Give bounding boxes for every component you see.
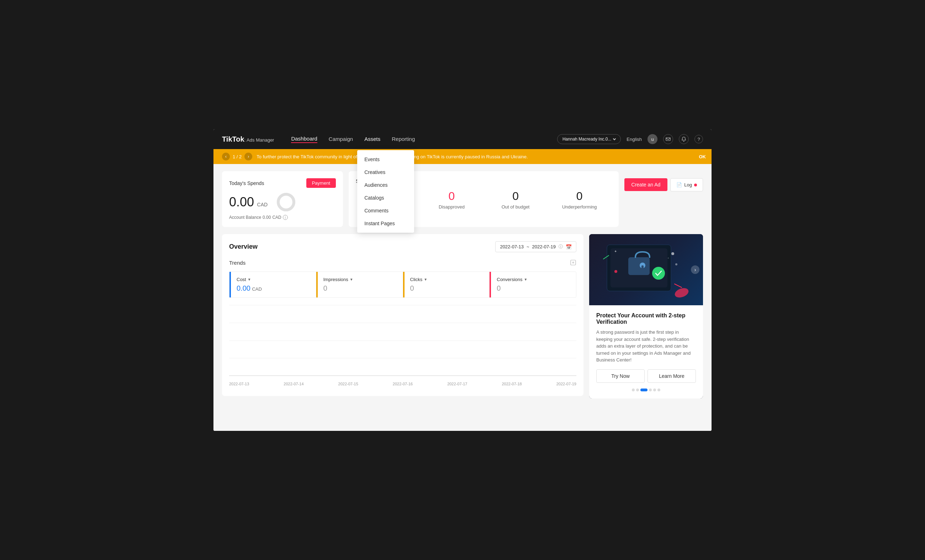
chart-date-2: 2022-07-14 xyxy=(283,382,303,386)
status-disapproved: 0 Disapproved xyxy=(420,190,484,209)
export-icon[interactable] xyxy=(570,259,576,266)
language-label[interactable]: English xyxy=(627,137,642,142)
overview-title: Overview xyxy=(229,243,258,250)
chart-date-3: 2022-07-15 xyxy=(338,382,358,386)
account-balance: Account Balance 0.00 CAD i xyxy=(229,215,336,220)
cost-dropdown-arrow[interactable]: ▼ xyxy=(248,277,251,282)
info-icon: i xyxy=(283,215,288,220)
chart-date-1: 2022-07-13 xyxy=(229,382,249,386)
dropdown-audiences[interactable]: Audiences xyxy=(357,179,414,191)
nav-campaign[interactable]: Campaign xyxy=(329,136,353,143)
mail-icon[interactable] xyxy=(663,134,673,144)
clicks-dropdown-arrow[interactable]: ▼ xyxy=(424,277,427,282)
status-underperforming-label: Underperforming xyxy=(547,204,612,209)
metric-clicks: Clicks ▼ 0 xyxy=(403,272,490,297)
try-now-button[interactable]: Try Now xyxy=(596,369,645,383)
svg-point-12 xyxy=(675,263,677,265)
create-ad-button[interactable]: Create an Ad xyxy=(624,178,668,191)
date-range-picker[interactable]: 2022-07-13 ~ 2022-07-19 ⓘ 📅 xyxy=(495,241,576,252)
chart-gridline-4 xyxy=(229,358,576,358)
chart-date-4: 2022-07-16 xyxy=(393,382,413,386)
dot-6 xyxy=(657,388,660,391)
banner-text: To further protect the TikTok community … xyxy=(256,154,703,160)
account-chevron-icon xyxy=(613,137,616,140)
dropdown-catalogs[interactable]: Catalogs xyxy=(357,191,414,204)
chart-gridline-2 xyxy=(229,323,576,323)
help-icon[interactable]: ? xyxy=(695,135,703,143)
dropdown-events[interactable]: Events xyxy=(357,153,414,166)
assets-dropdown: Events Creatives Audiences Catalogs Comm… xyxy=(357,150,414,233)
top-row: Today's Spends Payment 0.00 CAD xyxy=(222,171,703,227)
svg-rect-8 xyxy=(642,265,643,269)
trends-metrics: Cost ▼ 0.00 CAD Impressions xyxy=(229,271,576,298)
promo-next-arrow[interactable]: › xyxy=(691,265,699,274)
notification-dot xyxy=(694,184,697,187)
dot-4 xyxy=(649,388,652,391)
nav-assets-wrapper: Assets Events Creatives Audiences Catalo… xyxy=(364,136,380,143)
status-budget-label: Out of budget xyxy=(484,204,547,209)
nav-reporting[interactable]: Reporting xyxy=(392,136,415,143)
banner-nav: ‹ 1 / 2 › xyxy=(222,153,252,161)
notification-icon[interactable] xyxy=(679,134,689,144)
dot-3-active xyxy=(640,388,648,391)
chart-dates: 2022-07-13 2022-07-14 2022-07-15 2022-07… xyxy=(229,379,576,389)
status-disapproved-count: 0 xyxy=(420,190,484,203)
promo-illustration: ✦ + xyxy=(596,238,696,302)
learn-more-button[interactable]: Learn More xyxy=(648,369,696,383)
svg-rect-0 xyxy=(666,138,670,140)
user-avatar[interactable]: u xyxy=(648,134,657,144)
header-right: Hannah Macready Inc.0... English u ? xyxy=(557,134,703,144)
main-content: Today's Spends Payment 0.00 CAD xyxy=(214,164,711,431)
promo-content: Protect Your Account with 2-step Verific… xyxy=(589,305,703,399)
banner-prev-button[interactable]: ‹ xyxy=(222,153,230,161)
promo-card: ✦ + › Protect Your Account with 2-step V… xyxy=(589,234,703,399)
account-selector[interactable]: Hannah Macready Inc.0... xyxy=(557,134,621,144)
spends-amount: 0.00 CAD xyxy=(229,195,268,209)
chart-date-5: 2022-07-17 xyxy=(447,382,467,386)
svg-point-9 xyxy=(652,267,665,280)
nav-dashboard[interactable]: Dashboard xyxy=(291,135,317,143)
metric-conversions: Conversions ▼ 0 xyxy=(490,272,576,297)
overview-section: Overview 2022-07-13 ~ 2022-07-19 ⓘ 📅 xyxy=(222,234,583,396)
status-underperforming: 0 Underperforming xyxy=(547,190,612,209)
chart-date-6: 2022-07-18 xyxy=(502,382,521,386)
spends-title: Today's Spends Payment xyxy=(229,178,336,188)
app-logo: TikTok: Ads Manager xyxy=(222,135,274,143)
dot-2 xyxy=(636,388,639,391)
chart-gridline-3 xyxy=(229,340,576,341)
chart-gridline-1 xyxy=(229,305,576,305)
log-icon: 📄 xyxy=(676,182,682,188)
top-right-actions: Create an Ad 📄 Log xyxy=(624,171,703,191)
trends-section: Trends Cost ▼ xyxy=(229,259,576,389)
promo-pagination-dots xyxy=(596,388,696,391)
svg-point-2 xyxy=(278,194,294,210)
dropdown-creatives[interactable]: Creatives xyxy=(357,166,414,179)
banner-next-button[interactable]: › xyxy=(244,153,252,161)
nav-assets[interactable]: Assets xyxy=(364,136,380,143)
chart-area xyxy=(229,305,576,376)
donut-chart xyxy=(276,192,296,212)
right-panel: ✦ + › Protect Your Account with 2-step V… xyxy=(589,234,703,399)
info-circle-icon: ⓘ xyxy=(559,244,563,250)
promo-actions: Try Now Learn More xyxy=(596,369,696,383)
conversions-dropdown-arrow[interactable]: ▼ xyxy=(524,277,527,282)
banner-counter: 1 / 2 xyxy=(233,154,241,160)
metric-impressions: Impressions ▼ 0 xyxy=(316,272,403,297)
metric-cost: Cost ▼ 0.00 CAD xyxy=(229,272,316,297)
overview-with-panel: Overview 2022-07-13 ~ 2022-07-19 ⓘ 📅 xyxy=(222,234,703,399)
status-underperforming-count: 0 xyxy=(547,190,612,203)
promo-title: Protect Your Account with 2-step Verific… xyxy=(596,312,696,325)
promo-image: ✦ + › xyxy=(589,234,703,305)
dropdown-instant-pages[interactable]: Instant Pages xyxy=(357,217,414,230)
dropdown-comments[interactable]: Comments xyxy=(357,204,414,217)
payment-button[interactable]: Payment xyxy=(306,178,336,188)
spends-amount-row: 0.00 CAD xyxy=(229,192,336,212)
main-nav: Dashboard Campaign Assets Events Creativ… xyxy=(291,135,557,143)
log-button[interactable]: 📄 Log xyxy=(670,178,703,191)
banner-close-button[interactable]: OK xyxy=(699,154,706,160)
status-out-of-budget: 0 Out of budget xyxy=(484,190,547,209)
impressions-dropdown-arrow[interactable]: ▼ xyxy=(350,277,353,282)
svg-text:+: + xyxy=(667,256,669,260)
header: TikTok: Ads Manager Dashboard Campaign A… xyxy=(214,129,711,149)
announcement-banner: ‹ 1 / 2 › To further protect the TikTok … xyxy=(214,149,711,164)
